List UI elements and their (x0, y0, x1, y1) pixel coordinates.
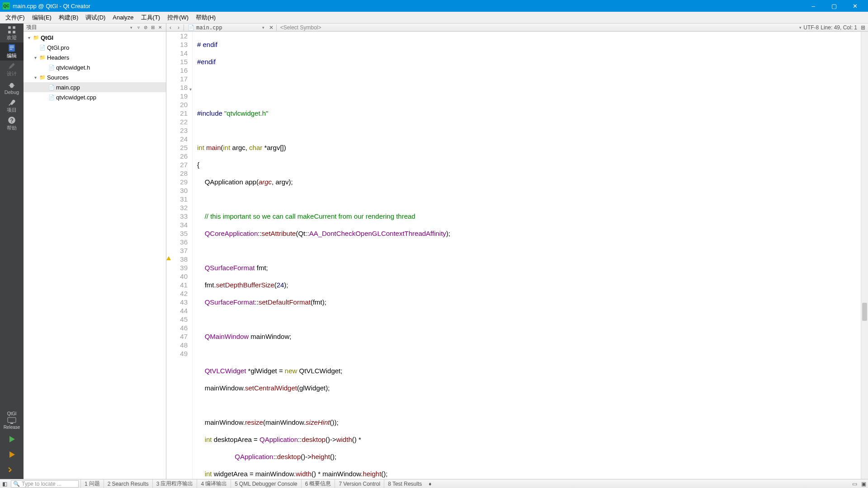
output-menu-icon[interactable]: ♦ (425, 479, 434, 488)
app-icon: QC (3, 2, 10, 9)
line-number-gutter[interactable]: 12131415 161718▾ 19202122 23242526 27282… (166, 32, 193, 479)
menu-help[interactable]: 帮助(H) (192, 12, 219, 23)
tree-pro-file[interactable]: 📄 QtGl.pro (24, 42, 166, 52)
output-tab-search[interactable]: 2 Search Results (104, 479, 152, 488)
dropdown-icon: ▾ (262, 25, 264, 30)
tree-widget-cpp[interactable]: 📄 qtvlcwidget.cpp (24, 92, 166, 102)
mode-help[interactable]: ? 帮助 (0, 115, 24, 133)
symbol-selector[interactable]: <Select Symbol> (278, 24, 797, 31)
code-editor[interactable]: 12131415 161718▾ 19202122 23242526 27282… (166, 32, 868, 479)
tree-header-file[interactable]: 📄 qtvlcwidget.h (24, 62, 166, 72)
debug-run-button[interactable] (0, 448, 24, 461)
menu-debug[interactable]: 调试(D) (82, 12, 109, 23)
editor-pane: ‹ › 📄 main.cpp ▾ ✕ <Select Symbol> ▾ UTF… (166, 23, 868, 479)
mode-help-label: 帮助 (7, 125, 17, 131)
mode-design[interactable]: 设计 (0, 61, 24, 79)
status-encoding[interactable]: UTF-8 (803, 24, 819, 31)
target-selector[interactable]: QtGl Release (0, 411, 24, 430)
panel-close-icon[interactable]: ✕ (157, 24, 163, 31)
output-tab-tests[interactable]: 8 Test Results (384, 479, 425, 488)
output-pane-bar: ◧ 🔍 Type to locate ... 1 问题 2 Search Res… (0, 479, 868, 488)
open-document-selector[interactable]: 📄 main.cpp ▾ (185, 24, 267, 31)
menu-widgets[interactable]: 控件(W) (164, 12, 192, 23)
split-icon[interactable]: ⊞ (150, 24, 156, 31)
status-linecol[interactable]: Line: 49, Col: 1 (821, 24, 857, 31)
svg-rect-2 (8, 31, 11, 33)
tree-sources-folder[interactable]: ▾📁 Sources (24, 72, 166, 82)
mode-debug[interactable]: Debug (0, 79, 24, 97)
output-tab-appoutput[interactable]: 3 应用程序输出 (152, 479, 197, 488)
mode-design-label: 设计 (7, 70, 17, 77)
file-icon: 📄 (39, 44, 46, 51)
h-file-icon: 📄 (48, 64, 55, 70)
output-tab-general[interactable]: 6 概要信息 (301, 479, 335, 488)
wrench-icon (8, 98, 16, 106)
close-output-icon[interactable]: ▣ (859, 479, 868, 488)
svg-point-8 (10, 83, 14, 88)
hammer-icon (7, 465, 16, 474)
window-title: main.cpp @ QtGl - Qt Creator (13, 3, 90, 9)
tab-close-button[interactable]: ✕ (267, 23, 275, 32)
menu-file[interactable]: 文件(F) (2, 12, 28, 23)
document-icon (8, 44, 16, 52)
folder-icon: 📁 (39, 54, 46, 61)
tree-main-cpp[interactable]: 📄 main.cpp (24, 82, 166, 92)
output-tab-qml[interactable]: 5 QML Debugger Console (231, 479, 301, 488)
svg-rect-1 (13, 26, 15, 29)
mode-edit-label: 编辑 (7, 52, 17, 59)
pencil-icon (8, 62, 16, 70)
link-icon[interactable]: ⊘ (142, 24, 149, 31)
sidebar-toggle-icon[interactable]: ◧ (0, 479, 9, 488)
run-button[interactable] (0, 433, 24, 446)
locator-input[interactable]: 🔍 Type to locate ... (11, 480, 79, 488)
build-button[interactable] (0, 464, 24, 476)
tree-widget-cpp-label: qtvlcwidget.cpp (56, 94, 96, 101)
monitor-icon (7, 417, 17, 425)
menu-analyze[interactable]: Analyze (109, 12, 137, 23)
svg-rect-6 (10, 47, 14, 48)
mode-edit[interactable]: 编辑 (0, 42, 24, 61)
project-sidebar-header: 项目 ▾ ▿ ⊘ ⊞ ✕ (24, 23, 166, 32)
menu-edit[interactable]: 编辑(E) (28, 12, 55, 23)
output-tab-vcs[interactable]: 7 Version Control (335, 479, 384, 488)
minimize-button[interactable]: – (803, 0, 824, 12)
target-name: QtGl (7, 411, 17, 417)
mode-welcome-label: 欢迎 (7, 34, 17, 41)
cpp-file-icon: 📄 (188, 24, 194, 31)
vertical-scrollbar[interactable] (861, 32, 868, 479)
cpp-file-icon: 📄 (48, 94, 55, 100)
tree-headers-label: Headers (47, 54, 69, 61)
play-icon (7, 435, 16, 444)
mode-projects-label: 项目 (7, 107, 17, 113)
output-tab-issues[interactable]: 1 问题 (80, 479, 104, 488)
progress-bar-icon[interactable]: ▭ (850, 479, 859, 488)
dropdown-icon[interactable]: ▾ (799, 25, 802, 30)
menu-build[interactable]: 构建(B) (55, 12, 82, 23)
open-document-name: main.cpp (196, 24, 222, 31)
nav-fwd-button[interactable]: › (175, 23, 183, 32)
tree-project-root[interactable]: ▾📁 QtGl (24, 33, 166, 42)
menubar: 文件(F) 编辑(E) 构建(B) 调试(D) Analyze 工具(T) 控件… (0, 12, 868, 23)
project-tree[interactable]: ▾📁 QtGl 📄 QtGl.pro ▾📁 Headers 📄 qtvlcwid… (24, 32, 166, 479)
dropdown-icon[interactable]: ▾ (130, 25, 132, 30)
nav-back-button[interactable]: ‹ (166, 23, 175, 32)
scrollbar-thumb[interactable] (862, 303, 867, 321)
maximize-button[interactable]: ▢ (824, 0, 844, 12)
warning-icon[interactable] (166, 256, 171, 260)
tree-headers-folder[interactable]: ▾📁 Headers (24, 52, 166, 62)
svg-rect-13 (8, 418, 16, 422)
mode-welcome[interactable]: 欢迎 (0, 24, 24, 42)
close-button[interactable]: ✕ (844, 0, 865, 12)
search-icon: 🔍 (13, 481, 20, 487)
split-editor-icon[interactable]: ⊞ (861, 24, 865, 31)
menu-tools[interactable]: 工具(T) (137, 12, 164, 23)
project-sidebar: 项目 ▾ ▿ ⊘ ⊞ ✕ ▾📁 QtGl 📄 QtGl.pro ▾📁 Heade… (24, 23, 166, 479)
mode-projects[interactable]: 项目 (0, 97, 24, 115)
tree-header-label: qtvlcwidget.h (56, 64, 90, 71)
filter-icon[interactable]: ▿ (135, 24, 142, 31)
tree-project-label: QtGl (41, 34, 53, 41)
code-area[interactable]: # endif #endif #include "qtvlcwidget.h" … (193, 32, 861, 479)
mode-debug-label: Debug (5, 89, 19, 95)
output-tab-compile[interactable]: 4 编译输出 (197, 479, 231, 488)
fold-icon[interactable]: ▾ (189, 85, 192, 94)
